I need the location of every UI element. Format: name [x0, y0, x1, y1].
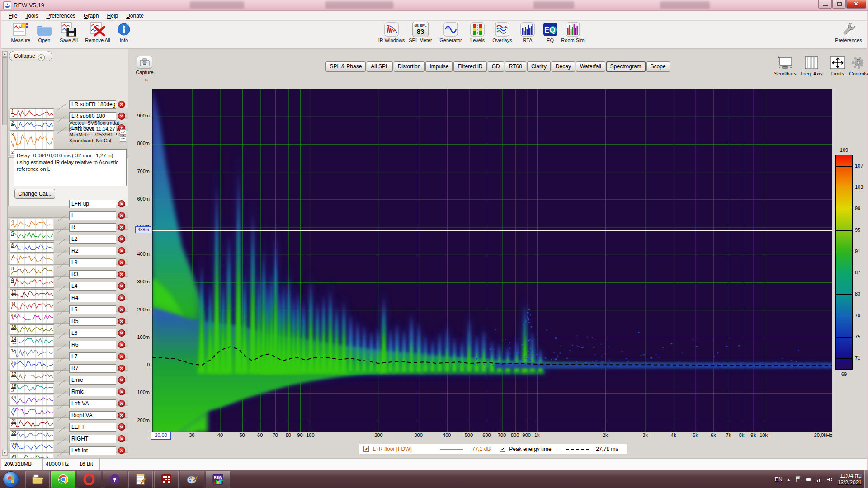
- taskbar-app-notepad[interactable]: [128, 471, 153, 488]
- tab-impulse[interactable]: Impulse: [425, 61, 453, 72]
- measurement-name-field[interactable]: L4: [69, 282, 116, 291]
- hidden-icons-arrow[interactable]: ▲: [787, 477, 791, 482]
- taskbar-app-remote-app[interactable]: [154, 471, 179, 488]
- series2-checkbox[interactable]: ✓: [500, 446, 505, 452]
- measurement-thumbnail[interactable]: 17: [10, 371, 54, 382]
- measurement-thumbnail[interactable]: 24: [10, 454, 54, 458]
- remove-measurement-button[interactable]: ✕: [118, 388, 125, 395]
- measurement-name-field[interactable]: R3: [69, 270, 116, 279]
- measurement-name-field[interactable]: R2: [69, 247, 116, 255]
- remove-measurement-button[interactable]: ✕: [118, 376, 125, 384]
- measurement-name-field[interactable]: R7: [69, 364, 116, 373]
- tab-gd[interactable]: GD: [488, 61, 504, 72]
- freq-axis-button[interactable]: Freq. Axis: [799, 56, 824, 76]
- measurement-name-field[interactable]: Left int: [69, 446, 116, 455]
- remove-all-button[interactable]: Remove All: [83, 21, 113, 43]
- remove-measurement-button[interactable]: ✕: [118, 294, 125, 301]
- measurement-name-field[interactable]: L: [69, 211, 116, 220]
- measurement-name-field[interactable]: Right VA: [69, 411, 116, 420]
- change-cal-button[interactable]: Change Cal...: [14, 189, 55, 199]
- measurement-name-field[interactable]: Lmic: [69, 376, 116, 385]
- close-button[interactable]: ✕: [846, 0, 866, 9]
- trace-info-icon[interactable]: [120, 136, 126, 142]
- scroll-up-arrow[interactable]: ▲: [2, 51, 7, 57]
- measurement-thumbnail[interactable]: 8: [10, 266, 54, 276]
- measurement-thumbnail[interactable]: 6: [10, 242, 54, 253]
- remove-measurement-button[interactable]: ✕: [118, 259, 125, 266]
- measurement-thumbnail[interactable]: 13: [10, 324, 54, 335]
- measurement-name-field[interactable]: Left VA: [69, 399, 116, 408]
- language-indicator[interactable]: EN: [775, 476, 783, 483]
- measurement-thumbnail[interactable]: 19: [10, 395, 54, 405]
- measurement-thumbnail[interactable]: 7: [10, 254, 54, 264]
- measurement-name-field[interactable]: Rmic: [69, 388, 116, 396]
- taskbar-clock[interactable]: 11:04 πμ 13/2/2021: [838, 473, 862, 486]
- scrollbars-button[interactable]: Scrollbars: [773, 56, 798, 76]
- spectrogram-plot[interactable]: [152, 89, 832, 432]
- measurement-name-field[interactable]: L7: [69, 352, 116, 361]
- menu-tools[interactable]: Tools: [22, 12, 42, 20]
- room-sim-button[interactable]: Room Sim: [558, 21, 588, 43]
- measurement-thumbnail[interactable]: 1: [10, 108, 54, 119]
- remove-measurement-button[interactable]: ✕: [118, 447, 125, 454]
- trace-style-icon[interactable]: [120, 129, 126, 135]
- remove-measurement-button[interactable]: ✕: [118, 235, 125, 243]
- remove-measurement-button[interactable]: ✕: [118, 318, 125, 325]
- measurement-name-field[interactable]: R5: [69, 317, 116, 326]
- tab-distortion[interactable]: Distortion: [394, 61, 425, 72]
- measurement-thumbnail[interactable]: 12: [10, 313, 54, 323]
- menu-help[interactable]: Help: [103, 12, 122, 20]
- tab-all-spl[interactable]: All SPL: [367, 61, 392, 72]
- measurement-thumbnail[interactable]: 10: [10, 289, 54, 300]
- measurement-thumbnail[interactable]: 11: [10, 301, 54, 311]
- tab-scope[interactable]: Scope: [646, 61, 670, 72]
- measurement-thumbnail[interactable]: 15: [10, 348, 54, 358]
- collapse-sidebar-button[interactable]: Collapse«: [9, 51, 52, 61]
- measurement-name-field[interactable]: L6: [69, 329, 116, 338]
- taskbar-app-secure-browser[interactable]: [103, 471, 127, 488]
- measurement-name-field[interactable]: L+R up: [69, 200, 116, 208]
- power-icon[interactable]: [805, 476, 812, 483]
- measurement-thumbnail[interactable]: 21: [10, 418, 54, 429]
- measurement-name-field[interactable]: R: [69, 223, 116, 232]
- menu-donate[interactable]: Donate: [123, 12, 147, 20]
- measurement-name-field[interactable]: LR sub80 180: [69, 112, 116, 121]
- network-icon[interactable]: [816, 476, 823, 483]
- measurement-thumbnail[interactable]: 14: [10, 336, 54, 347]
- ir-windows-button[interactable]: IR Windows: [377, 21, 406, 43]
- remove-measurement-button[interactable]: ✕: [118, 200, 125, 207]
- remove-measurement-button[interactable]: ✕: [118, 271, 125, 278]
- remove-measurement-button[interactable]: ✕: [118, 306, 125, 313]
- remove-measurement-button[interactable]: ✕: [118, 423, 125, 431]
- measurement-name-field[interactable]: R4: [69, 294, 116, 302]
- volume-icon[interactable]: [827, 476, 834, 483]
- measurement-name-field[interactable]: L5: [69, 305, 116, 314]
- tab-filtered-ir[interactable]: Filtered IR: [453, 61, 486, 72]
- tab-clarity[interactable]: Clarity: [527, 61, 551, 72]
- measurement-thumbnail[interactable]: 9: [10, 277, 54, 288]
- remove-measurement-button[interactable]: ✕: [118, 247, 125, 254]
- controls-button[interactable]: Controls: [846, 56, 868, 76]
- remove-measurement-button[interactable]: ✕: [118, 113, 125, 120]
- remove-measurement-button[interactable]: ✕: [118, 365, 125, 372]
- measurement-name-field[interactable]: LR subFR 180deg: [69, 100, 116, 109]
- menu-preferences[interactable]: Preferences: [42, 12, 79, 20]
- maximize-button[interactable]: [832, 0, 846, 9]
- remove-measurement-button[interactable]: ✕: [118, 353, 125, 360]
- save-all-button[interactable]: Save All: [54, 21, 84, 43]
- remove-measurement-button[interactable]: ✕: [118, 224, 125, 231]
- measurement-thumbnail[interactable]: 5: [10, 230, 54, 241]
- measurement-thumbnail[interactable]: 23: [10, 442, 54, 452]
- measurement-name-field[interactable]: R6: [69, 341, 116, 349]
- taskbar-app-rew[interactable]: REWV5.1: [206, 471, 230, 488]
- measurement-thumbnail[interactable]: 2: [10, 120, 54, 131]
- remove-measurement-button[interactable]: ✕: [118, 400, 125, 407]
- info-button[interactable]: Info: [109, 21, 139, 43]
- show-desktop-button[interactable]: [864, 470, 868, 488]
- menu-file[interactable]: File: [5, 12, 21, 20]
- measurement-thumbnail[interactable]: 22: [10, 430, 54, 441]
- spl-meter-button[interactable]: dB SPL83SPL Meter: [406, 21, 435, 43]
- remove-measurement-button[interactable]: ✕: [118, 435, 125, 442]
- taskbar-app-opera[interactable]: [77, 471, 101, 488]
- remove-measurement-button[interactable]: ✕: [118, 329, 125, 337]
